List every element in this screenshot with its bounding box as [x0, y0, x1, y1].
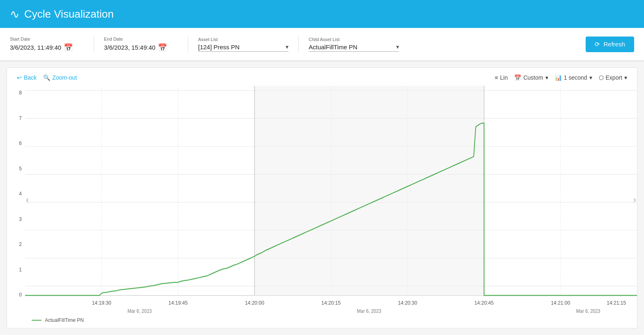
end-date-value: 3/6/2023, 15:49:40: [104, 44, 155, 51]
nav-left-button[interactable]: ‹: [26, 195, 29, 205]
chart-container: ↩ Back 🔍 Zoom-out ≡ Lin 📅 Custom ▾ 📊 1 s…: [7, 67, 637, 328]
custom-chevron-icon: ▾: [545, 74, 548, 81]
y-label-1: 1: [14, 267, 22, 273]
asset-list-value: [124] Press PN: [198, 44, 284, 50]
end-date-calendar-icon[interactable]: 📅: [158, 43, 167, 52]
y-label-2: 2: [14, 241, 22, 247]
custom-icon: 📅: [514, 74, 521, 81]
export-button[interactable]: ⬡ Export ▾: [599, 74, 627, 81]
lin-icon: ≡: [495, 74, 498, 81]
app-title: Cycle Visualization: [24, 8, 114, 21]
svg-rect-16: [254, 86, 484, 296]
svg-text:14:20:00: 14:20:00: [245, 300, 264, 306]
app-icon: ∿: [10, 7, 19, 21]
back-button[interactable]: ↩ Back: [17, 74, 37, 81]
chart-legend: ActualFillTime PN: [7, 314, 637, 328]
svg-text:Mar 6, 2023: Mar 6, 2023: [357, 308, 381, 314]
y-label-3: 3: [14, 216, 22, 222]
svg-text:14:19:30: 14:19:30: [92, 300, 111, 306]
child-asset-list-select[interactable]: ActualFillTime PN ▾: [309, 44, 399, 52]
y-label-6: 6: [14, 140, 22, 146]
asset-list-group: Asset List [124] Press PN ▾: [198, 37, 289, 52]
interval-chevron-icon: ▾: [589, 74, 592, 81]
child-asset-list-chevron-icon[interactable]: ▾: [396, 44, 399, 50]
child-asset-list-value: ActualFillTime PN: [309, 44, 395, 50]
start-date-group: Start Date 3/6/2023, 11:49:40 📅: [10, 37, 84, 52]
zoom-out-label: Zoom-out: [52, 74, 77, 81]
refresh-label: Refresh: [603, 41, 625, 48]
back-icon: ↩: [17, 74, 22, 81]
y-axis: 8 7 6 5 4 3 2 1 0: [7, 86, 25, 314]
legend-label: ActualFillTime PN: [45, 317, 84, 323]
asset-list-chevron-icon[interactable]: ▾: [286, 44, 289, 50]
y-label-0: 0: [14, 292, 22, 298]
lin-button[interactable]: ≡ Lin: [495, 74, 508, 81]
nav-right-button[interactable]: ›: [633, 195, 636, 205]
svg-text:14:21:15: 14:21:15: [607, 300, 626, 306]
chart-inner: ‹ ›: [25, 86, 637, 314]
custom-label: Custom: [523, 74, 543, 81]
svg-text:14:20:30: 14:20:30: [398, 300, 417, 306]
end-date-label: End Date: [104, 37, 178, 41]
child-asset-list-label: Child Asset List: [309, 37, 399, 42]
svg-text:Mar 6, 2023: Mar 6, 2023: [576, 308, 600, 314]
end-date-group: End Date 3/6/2023, 15:49:40 📅: [104, 37, 178, 52]
asset-list-label: Asset List: [198, 37, 289, 42]
divider-2: [188, 36, 188, 53]
chart-svg: 14:19:30 14:19:45 14:20:00 14:20:15 14:2…: [25, 86, 637, 314]
lin-label: Lin: [500, 74, 508, 81]
refresh-icon: ⟳: [595, 41, 600, 48]
custom-button[interactable]: 📅 Custom ▾: [514, 74, 548, 81]
divider-3: [298, 36, 299, 53]
chart-toolbar: ↩ Back 🔍 Zoom-out ≡ Lin 📅 Custom ▾ 📊 1 s…: [7, 74, 637, 86]
asset-list-select[interactable]: [124] Press PN ▾: [198, 44, 289, 52]
legend-line-icon: [32, 320, 42, 321]
export-icon: ⬡: [599, 74, 604, 81]
start-date-calendar-icon[interactable]: 📅: [64, 43, 73, 52]
zoom-out-icon: 🔍: [43, 74, 50, 81]
back-label: Back: [24, 74, 37, 81]
divider-1: [94, 36, 94, 53]
svg-text:14:19:45: 14:19:45: [169, 300, 188, 306]
toolbar: Start Date 3/6/2023, 11:49:40 📅 End Date…: [0, 28, 644, 61]
chart-area: 8 7 6 5 4 3 2 1 0 ‹ ›: [7, 86, 637, 314]
export-label: Export: [606, 74, 622, 81]
interval-button[interactable]: 📊 1 second ▾: [555, 74, 592, 81]
zoom-out-button[interactable]: 🔍 Zoom-out: [43, 74, 77, 81]
svg-text:14:21:00: 14:21:00: [551, 300, 570, 306]
child-asset-list-group: Child Asset List ActualFillTime PN ▾: [309, 37, 399, 52]
interval-label: 1 second: [564, 74, 587, 81]
start-date-value: 3/6/2023, 11:49:40: [10, 44, 61, 51]
y-label-7: 7: [14, 115, 22, 121]
interval-icon: 📊: [555, 74, 562, 81]
svg-text:14:20:15: 14:20:15: [321, 300, 341, 306]
y-label-8: 8: [14, 90, 22, 96]
start-date-label: Start Date: [10, 37, 84, 41]
refresh-button[interactable]: ⟳ Refresh: [586, 37, 634, 52]
svg-text:Mar 6, 2023: Mar 6, 2023: [127, 308, 152, 314]
app-header: ∿ Cycle Visualization: [0, 0, 644, 28]
svg-text:14:20:45: 14:20:45: [474, 300, 494, 306]
y-label-4: 4: [14, 191, 22, 197]
y-label-5: 5: [14, 166, 22, 172]
export-chevron-icon: ▾: [624, 74, 627, 81]
